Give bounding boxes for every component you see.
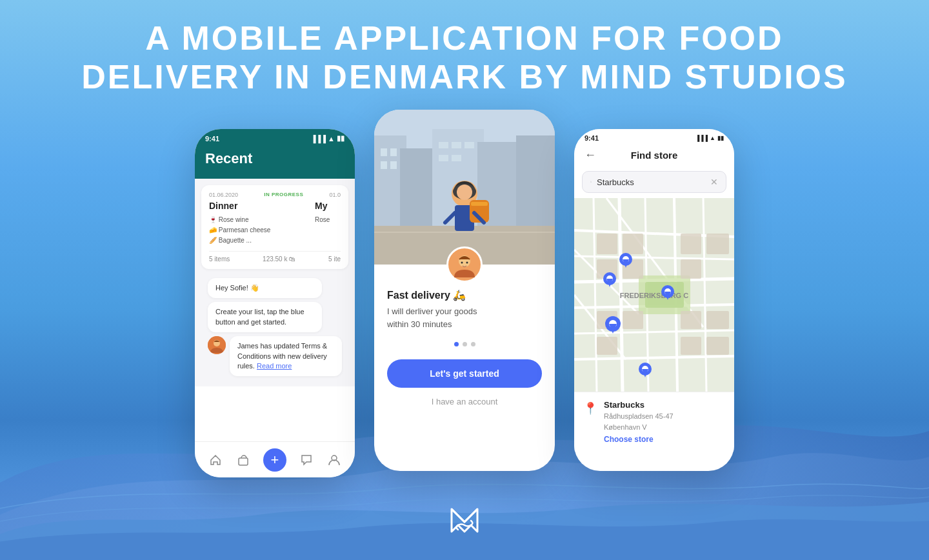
svg-rect-18 xyxy=(439,155,448,161)
order-card-1: 01.06.2020 IN PROGRESS 01.0 Dinner 🍷 Ros… xyxy=(201,185,348,269)
status-bar-3: 9:41 ▐▐▐ ▲ ▮▮ xyxy=(574,129,734,145)
svg-rect-15 xyxy=(439,142,448,148)
nav-profile-icon[interactable] xyxy=(326,452,342,468)
store-name: Starbucks xyxy=(604,400,674,410)
svg-rect-12 xyxy=(390,148,397,156)
wifi-icon-3: ▲ xyxy=(710,135,715,141)
status-time-3: 9:41 xyxy=(584,134,599,142)
order-title-1: Dinner xyxy=(209,201,310,211)
search-clear-icon[interactable]: ✕ xyxy=(710,177,718,187)
svg-rect-19 xyxy=(452,155,461,161)
map-area: FREDERIKSBERG C xyxy=(574,198,734,392)
store-location-icon: 📍 xyxy=(583,401,597,415)
battery-icon: ▮▮ xyxy=(337,134,345,143)
order-header-1: 01.06.2020 IN PROGRESS 01.0 xyxy=(209,192,341,198)
search-icon xyxy=(590,177,592,186)
svg-rect-64 xyxy=(706,311,729,329)
get-started-button[interactable]: Let's get started xyxy=(387,359,542,388)
svg-rect-17 xyxy=(464,142,474,148)
bottom-nav-1: + xyxy=(195,441,355,477)
find-store-title: Find store xyxy=(631,150,678,161)
order-item-4: Rose xyxy=(315,215,341,225)
phone1-body: 01.06.2020 IN PROGRESS 01.0 Dinner 🍷 Ros… xyxy=(195,179,355,386)
phone2-subtitle: I will derliver your goods within 30 min… xyxy=(387,305,542,330)
status-icons-1: ▐▐▐ ▲ ▮▮ xyxy=(311,134,345,143)
dot-3 xyxy=(471,342,475,346)
search-bar[interactable]: ✕ xyxy=(582,171,726,193)
svg-rect-63 xyxy=(681,311,701,329)
order-items-2: Rose xyxy=(315,215,341,225)
battery-icon-3: ▮▮ xyxy=(717,135,724,141)
svg-rect-55 xyxy=(623,234,643,254)
svg-rect-3 xyxy=(239,458,248,465)
back-button[interactable]: ← xyxy=(584,148,596,162)
order-titles-row: Dinner 🍷 Rose wine 🧀 Parmesan cheese 🥖 B… xyxy=(209,201,341,246)
search-input[interactable] xyxy=(597,177,705,187)
signal-icon-3: ▐▐▐ xyxy=(695,135,708,141)
svg-rect-67 xyxy=(706,337,729,355)
phone-recent: 9:41 ▐▐▐ ▲ ▮▮ Recent 01.06.2020 IN PROGR… xyxy=(195,129,355,477)
order-item-3: 🥖 Baguette ... xyxy=(209,235,310,246)
order-price-1: 123.50 k 🛍 xyxy=(263,255,295,263)
svg-point-33 xyxy=(461,262,463,264)
phone-find-store: 9:41 ▐▐▐ ▲ ▮▮ ← Find store ✕ xyxy=(574,129,734,471)
svg-rect-25 xyxy=(471,202,488,206)
logo-container xyxy=(448,503,481,541)
store-address: Rådhuspladsen 45-47 København V xyxy=(604,411,674,432)
order-date-2: 01.0 xyxy=(329,192,341,198)
svg-rect-13 xyxy=(381,161,387,169)
status-bar-1: 9:41 ▐▐▐ ▲ ▮▮ xyxy=(195,129,355,145)
dot-1 xyxy=(454,342,459,346)
phone1-header: Recent xyxy=(195,145,355,179)
wifi-icon: ▲ xyxy=(328,135,335,143)
status-time-1: 9:41 xyxy=(205,135,219,143)
nav-chat-icon[interactable] xyxy=(299,452,314,468)
order-footer-1: 5 items 123.50 k 🛍 5 ite xyxy=(209,251,341,263)
store-card: 📍 Starbucks Rådhuspladsen 45-47 Københav… xyxy=(574,392,734,452)
dot-2 xyxy=(463,342,467,346)
order-col-2: My Rose xyxy=(315,201,341,246)
svg-rect-66 xyxy=(681,337,701,355)
pagination-dots xyxy=(387,342,542,346)
order-title-2: My xyxy=(315,201,341,211)
phone2-photo xyxy=(374,110,555,265)
order-count-1: 5 items xyxy=(209,255,230,263)
nav-bag-icon[interactable] xyxy=(235,452,251,468)
avatar xyxy=(208,336,226,354)
svg-rect-56 xyxy=(681,234,701,254)
svg-point-34 xyxy=(466,262,468,264)
chat-bubble-2: Create your list, tap the blue button an… xyxy=(208,302,322,332)
svg-rect-65 xyxy=(597,337,617,355)
read-more-link[interactable]: Read more xyxy=(257,362,292,370)
chat-bubble-1: Hey Sofie! 👋 xyxy=(208,278,322,298)
page-title: A MOBILE APPLICATION FOR FOOD DELIVERY I… xyxy=(0,19,929,97)
svg-rect-60 xyxy=(681,259,701,279)
choose-store-button[interactable]: Choose store xyxy=(604,435,674,444)
nav-add-button[interactable]: + xyxy=(263,448,286,472)
chat-area: Hey Sofie! 👋 Create your list, tap the b… xyxy=(201,274,348,380)
svg-rect-14 xyxy=(390,161,397,169)
order-date-1: 01.06.2020 xyxy=(209,192,238,198)
svg-rect-62 xyxy=(623,311,643,329)
nav-home-icon[interactable] xyxy=(208,452,223,468)
svg-text:FREDERIKSBERG C: FREDERIKSBERG C xyxy=(620,292,688,299)
svg-rect-54 xyxy=(597,234,617,254)
svg-rect-16 xyxy=(452,142,461,148)
svg-rect-11 xyxy=(381,148,387,156)
signal-icon: ▐▐▐ xyxy=(311,135,326,143)
svg-point-28 xyxy=(457,185,472,200)
order-item-2: 🧀 Parmesan cheese xyxy=(209,225,310,235)
chat-bubble-3-row: James has updated Terms & Conditions wit… xyxy=(208,336,342,376)
header: A MOBILE APPLICATION FOR FOOD DELIVERY I… xyxy=(0,0,929,97)
order-count-2: 5 ite xyxy=(328,255,341,263)
recent-title: Recent xyxy=(205,150,345,167)
phone2-content: Fast delivery 🛵 I will derliver your goo… xyxy=(374,246,555,417)
phone-onboarding: Fast delivery 🛵 I will derliver your goo… xyxy=(374,110,555,471)
store-info: Starbucks Rådhuspladsen 45-47 København … xyxy=(604,400,674,444)
order-item-1: 🍷 Rose wine xyxy=(209,215,310,225)
svg-rect-57 xyxy=(706,234,729,254)
phone3-navbar: ← Find store xyxy=(574,145,734,166)
order-items-1: 🍷 Rose wine 🧀 Parmesan cheese 🥖 Baguette… xyxy=(209,215,310,246)
status-icons-3: ▐▐▐ ▲ ▮▮ xyxy=(695,135,724,141)
have-account-link[interactable]: I have an account xyxy=(387,397,542,406)
